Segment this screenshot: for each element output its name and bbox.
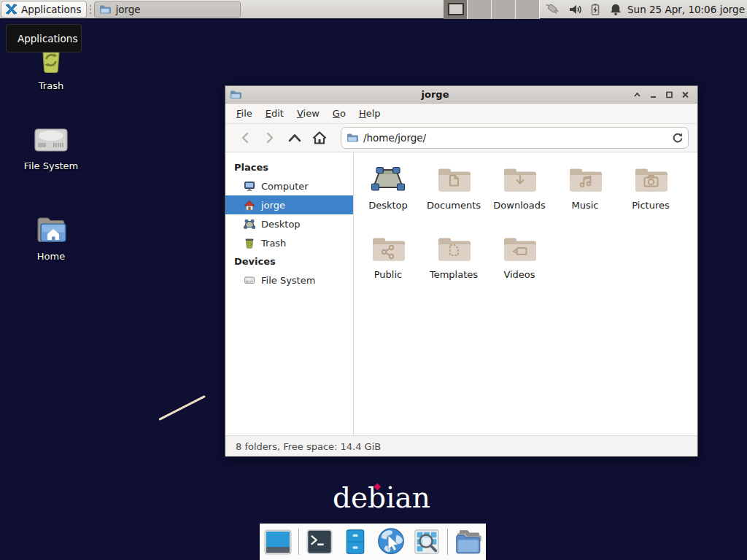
debian-logo: debian bbox=[333, 481, 430, 514]
home-folder-icon bbox=[34, 214, 69, 245]
drive-icon bbox=[244, 275, 255, 285]
folder-label: Templates bbox=[421, 269, 487, 280]
dock-app-finder-button[interactable] bbox=[411, 526, 442, 557]
sidebar-item-label: Desktop bbox=[261, 219, 301, 230]
workspace-2[interactable] bbox=[468, 0, 492, 19]
home-icon bbox=[244, 200, 255, 211]
folder-icon bbox=[99, 4, 111, 15]
forward-button[interactable] bbox=[259, 127, 281, 149]
folder-label: Public bbox=[355, 269, 421, 280]
templates-folder-icon bbox=[436, 233, 471, 264]
clock-text: Sun 25 Apr, 10:06 bbox=[627, 4, 716, 15]
home-button[interactable] bbox=[309, 127, 330, 149]
menu-file[interactable]: File bbox=[230, 105, 259, 122]
file-cabinet-icon bbox=[342, 527, 368, 556]
sidebar-devices-header: Devices bbox=[225, 252, 353, 271]
applications-menu-button[interactable]: Applications bbox=[1, 1, 87, 18]
folder-item-documents[interactable]: Documents bbox=[421, 164, 487, 233]
desktop-icon bbox=[244, 219, 255, 230]
sidebar-item-jorge[interactable]: jorge bbox=[225, 195, 353, 214]
dock-web-browser-button[interactable] bbox=[376, 526, 406, 557]
menu-help[interactable]: Help bbox=[352, 105, 387, 122]
downloads-folder-icon bbox=[502, 164, 537, 195]
menubar: File Edit View Go Help bbox=[225, 104, 697, 123]
top-panel: Applications jorge bbox=[0, 0, 747, 19]
workspace-4[interactable] bbox=[516, 0, 540, 19]
file-icon-view: Desktop Documents bbox=[354, 152, 697, 435]
power-plug-icon[interactable] bbox=[546, 2, 562, 17]
panel-clock[interactable]: Sun 25 Apr, 10:06 bbox=[627, 0, 716, 19]
sidebar-item-label: File System bbox=[261, 275, 315, 286]
folder-label: Desktop bbox=[355, 200, 421, 211]
folder-item-desktop[interactable]: Desktop bbox=[355, 164, 421, 233]
pictures-folder-icon bbox=[633, 164, 668, 195]
dock bbox=[260, 524, 486, 560]
xfce-logo-icon bbox=[5, 4, 18, 15]
taskbar-window-label: jorge bbox=[115, 4, 140, 15]
folder-item-public[interactable]: Public bbox=[355, 233, 421, 303]
back-button[interactable] bbox=[234, 127, 256, 149]
location-input[interactable] bbox=[341, 127, 689, 149]
web-browser-globe-icon bbox=[376, 526, 406, 558]
folder-item-pictures[interactable]: Pictures bbox=[618, 164, 684, 233]
statusbar: 8 folders, Free space: 14.4 GiB bbox=[225, 435, 697, 456]
taskbar-window-button[interactable]: jorge bbox=[94, 1, 241, 18]
app-finder-icon bbox=[413, 528, 441, 556]
close-button[interactable] bbox=[677, 88, 693, 102]
folder-label: Downloads bbox=[487, 200, 552, 211]
sidebar-item-trash[interactable]: Trash bbox=[225, 233, 353, 252]
dock-terminal-button[interactable] bbox=[304, 526, 335, 557]
terminal-icon bbox=[306, 528, 333, 556]
trash-small-icon bbox=[244, 238, 255, 249]
desktop-icon-label: Trash bbox=[0, 80, 102, 91]
menu-view[interactable]: View bbox=[290, 105, 326, 122]
folder-label: Videos bbox=[487, 269, 552, 280]
minimize-button[interactable] bbox=[645, 88, 661, 102]
music-folder-icon bbox=[568, 164, 603, 195]
shade-button[interactable] bbox=[629, 88, 645, 102]
workspace-1[interactable] bbox=[444, 0, 468, 19]
dock-file-manager-button[interactable] bbox=[340, 526, 371, 557]
documents-folder-icon bbox=[436, 164, 471, 195]
folder-item-videos[interactable]: Videos bbox=[487, 233, 552, 303]
desktop-icon-home[interactable]: Home bbox=[0, 214, 102, 262]
folder-item-music[interactable]: Music bbox=[552, 164, 618, 233]
status-text: 8 folders, Free space: 14.4 GiB bbox=[236, 441, 381, 452]
maximize-button[interactable] bbox=[661, 88, 677, 102]
username-text: jorge bbox=[720, 4, 745, 15]
desktop-icon-label: Home bbox=[0, 251, 102, 262]
window-body: Places Computer jorge bbox=[225, 152, 697, 435]
menu-edit[interactable]: Edit bbox=[259, 105, 290, 122]
desktop-special-icon bbox=[371, 164, 406, 195]
sidebar-item-file-system[interactable]: File System bbox=[225, 271, 353, 289]
sidebar-item-label: Computer bbox=[261, 181, 309, 192]
sidebar-item-computer[interactable]: Computer bbox=[225, 176, 353, 195]
battery-charging-icon[interactable] bbox=[589, 3, 602, 16]
folder-item-downloads[interactable]: Downloads bbox=[487, 164, 552, 233]
panel-grip-handle[interactable] bbox=[88, 4, 93, 15]
workspace-3[interactable] bbox=[492, 0, 516, 19]
dock-show-desktop-button[interactable] bbox=[263, 526, 293, 557]
sidebar-places-header: Places bbox=[225, 158, 353, 176]
reload-icon[interactable] bbox=[672, 132, 684, 144]
notification-bell-icon[interactable] bbox=[609, 3, 622, 16]
volume-icon[interactable] bbox=[569, 3, 581, 16]
up-button[interactable] bbox=[284, 127, 306, 149]
window-titlebar[interactable]: jorge bbox=[225, 86, 697, 104]
sidebar-item-label: jorge bbox=[261, 200, 285, 211]
menu-go[interactable]: Go bbox=[326, 105, 352, 122]
files-folder-icon bbox=[453, 527, 484, 556]
workspace-window-thumbnail bbox=[448, 3, 464, 15]
sidebar-item-desktop[interactable]: Desktop bbox=[225, 214, 353, 233]
show-desktop-icon bbox=[263, 527, 293, 556]
folder-item-templates[interactable]: Templates bbox=[421, 233, 487, 303]
dock-separator bbox=[447, 529, 448, 555]
folder-label: Pictures bbox=[618, 200, 684, 211]
computer-icon bbox=[244, 181, 255, 192]
desktop-icon-file-system[interactable]: File System bbox=[0, 127, 102, 171]
desktop-scratch-line bbox=[158, 395, 206, 421]
panel-username: jorge bbox=[720, 0, 745, 19]
dock-files-folder-button[interactable] bbox=[453, 526, 484, 557]
location-folder-icon bbox=[347, 133, 358, 143]
debian-logo-text: debian bbox=[333, 481, 430, 514]
